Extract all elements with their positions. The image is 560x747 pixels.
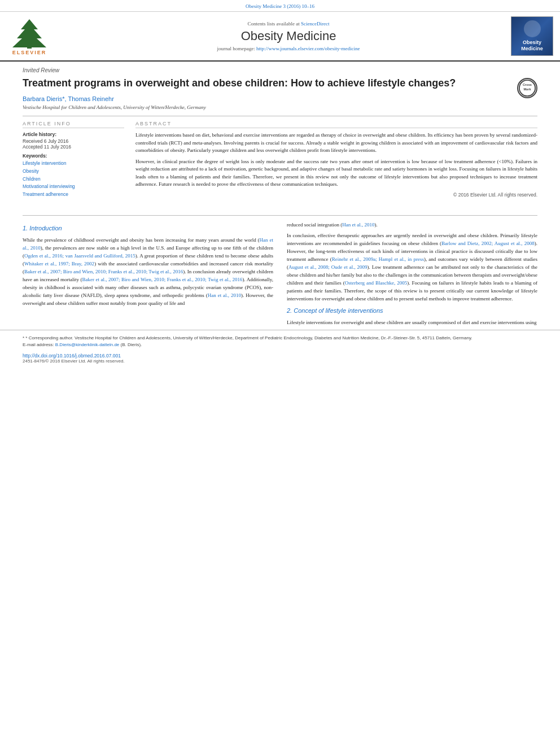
journal-cover-image: ObesityMedicine	[511, 16, 553, 56]
journal-cover-area: ObesityMedicine	[508, 16, 553, 56]
history-label: Article history:	[23, 132, 124, 137]
sciencedirect-line: Contents lists available at ScienceDirec…	[248, 21, 330, 27]
article-info-header: Article Info	[23, 121, 124, 128]
doi-link[interactable]: http://dx.doi.org/10.1016/j.obmed.2016.0…	[23, 353, 121, 359]
journal-title: Obesity Medicine	[241, 29, 336, 43]
footnote-area: * * Corresponding author. Vestische Hosp…	[0, 330, 560, 351]
authors: Barbara Dieris*, Thomas Reinehr	[23, 95, 537, 102]
body-left-column: 1. Introduction While the prevalence of …	[23, 221, 273, 329]
abstract-text: Lifestyle interventions based on diet, b…	[135, 132, 537, 189]
body-right-column: reduced social integration (Han et al., …	[287, 221, 537, 329]
article-title: Treatment programs in overweight and obe…	[23, 77, 474, 90]
abstract-copyright: © 2016 Elsevier Ltd. All rights reserved…	[135, 192, 537, 198]
section2-title: 2. Concept of lifestyle interventions	[287, 306, 537, 316]
cover-title-text: ObesityMedicine	[521, 40, 543, 52]
journal-homepage-line: journal homepage: http://www.journals.el…	[217, 46, 360, 51]
email-note: (B. Dieris).	[121, 342, 142, 347]
intro-para-1: While the prevalence of childhood overwe…	[23, 237, 273, 307]
article-title-area: Cross Mark Treatment programs in overwei…	[23, 77, 537, 90]
keyword-2: Obesity	[23, 168, 124, 176]
keyword-1: Lifestyle intervention	[23, 160, 124, 168]
sciencedirect-link[interactable]: ScienceDirect	[301, 21, 329, 27]
article-info-abstract: Article Info Article history: Received 6…	[23, 121, 537, 198]
journal-reference: Obesity Medicine 3 (2016) 10–16	[0, 0, 560, 12]
homepage-link[interactable]: http://www.journals.elsevier.com/obesity…	[256, 46, 360, 51]
abstract-para-2: However, in clinical practice the degree…	[135, 158, 537, 189]
keywords-label: Keywords:	[23, 153, 124, 159]
ref-august-2008: August et al., 2008; Oude et al., 2009	[288, 264, 368, 270]
intro-right-para-2: In conclusion, effective therapeutic app…	[287, 232, 537, 303]
crossmark-area: Cross Mark	[517, 78, 537, 98]
email-address: B.Dieris@kinderklinik-datteln.de	[55, 342, 120, 347]
journal-center-header: Contents lists available at ScienceDirec…	[75, 16, 502, 56]
intro-right-para-1: reduced social integration (Han et al., …	[287, 221, 537, 229]
article-type: Invited Review	[23, 67, 537, 73]
page: Obesity Medicine 3 (2016) 10–16 ELSEVIER…	[0, 0, 560, 747]
elsevier-tree-icon	[7, 17, 52, 50]
keywords-list: Lifestyle intervention Obesity Children …	[23, 160, 124, 198]
ref-han-2010c: Han et al., 2010	[342, 222, 374, 228]
body-two-columns: 1. Introduction While the prevalence of …	[23, 221, 537, 329]
email-label: E-mail address:	[23, 342, 54, 347]
ref-ogden-2016: Ogden et al., 2016; van Jaarsveld and Gu…	[24, 253, 135, 259]
body-divider	[23, 215, 537, 216]
elsevier-logo-area: ELSEVIER	[7, 16, 69, 56]
bottom-links-area: http://dx.doi.org/10.1016/j.obmed.2016.0…	[0, 351, 560, 366]
journal-ref-text: Obesity Medicine 3 (2016) 10–16	[246, 3, 314, 9]
section2-intro: Lifestyle interventions for overweight a…	[287, 319, 537, 327]
article-info-column: Article Info Article history: Received 6…	[23, 121, 124, 198]
svg-marker-1	[12, 19, 46, 47]
ref-barlow-2002: Barlow and Dietz, 2002; August et al., 2…	[441, 241, 535, 246]
elsevier-logo: ELSEVIER	[7, 17, 52, 55]
keyword-4: Motivational interviewing	[23, 183, 124, 191]
divider-1	[23, 116, 537, 116]
crossmark-icon: Cross Mark	[517, 78, 537, 98]
abstract-column: Abstract Lifestyle interventions based o…	[135, 121, 537, 198]
accepted-date: Accepted 11 July 2016	[23, 144, 124, 150]
affiliation: Vestische Hospital for Children and Adol…	[23, 104, 537, 110]
elsevier-text: ELSEVIER	[12, 50, 47, 55]
footnote-affiliation: * Corresponding author. Vestische Hospit…	[25, 335, 472, 340]
ref-han-2010a: Han et al., 2010	[23, 237, 273, 251]
ref-han-2010b: Han et al., 2010	[208, 292, 241, 298]
journal-header: ELSEVIER Contents lists available at Sci…	[0, 12, 560, 62]
ref-baker-2007: Baker et al., 2007; Biro and Wien, 2010;…	[24, 269, 183, 274]
abstract-header: Abstract	[135, 121, 537, 128]
footnote-star: * * Corresponding author. Vestische Hosp…	[23, 335, 537, 342]
ref-whitaker-1997: Whitaker et al., 1997; Bray, 2002	[24, 261, 94, 267]
received-date: Received 6 July 2016	[23, 138, 124, 144]
ref-baker-2007b: Baker et al., 2007; Biro and Wien, 2010;…	[82, 277, 243, 282]
svg-text:Cross: Cross	[523, 83, 532, 86]
footnote-email-line: E-mail address: B.Dieris@kinderklinik-da…	[23, 342, 537, 348]
bottom-copyright: 2451-8476/© 2016 Elsevier Ltd. All right…	[23, 359, 537, 364]
crossmark-svg: Cross Mark	[518, 78, 536, 98]
sciencedirect-prefix: Contents lists available at	[248, 21, 300, 27]
keyword-5: Treatment adherence	[23, 191, 124, 199]
homepage-prefix: journal homepage:	[217, 46, 255, 51]
abstract-para-1: Lifestyle interventions based on diet, b…	[135, 132, 537, 155]
article-body: 1. Introduction While the prevalence of …	[0, 215, 560, 329]
section1-title: 1. Introduction	[23, 224, 273, 233]
ref-osterberg-2005: Osterberg and Blaschke, 2005	[345, 280, 407, 286]
svg-text:Mark: Mark	[523, 88, 531, 91]
article-content: Invited Review Cross Mark Treatment prog…	[0, 62, 560, 209]
author-names: Barbara Dieris*, Thomas Reinehr	[23, 95, 114, 102]
keyword-3: Children	[23, 176, 124, 184]
ref-reinehr-2009a: Reinehr et al., 2009a; Hampl et al., in …	[332, 256, 424, 262]
cover-decoration	[524, 20, 541, 37]
